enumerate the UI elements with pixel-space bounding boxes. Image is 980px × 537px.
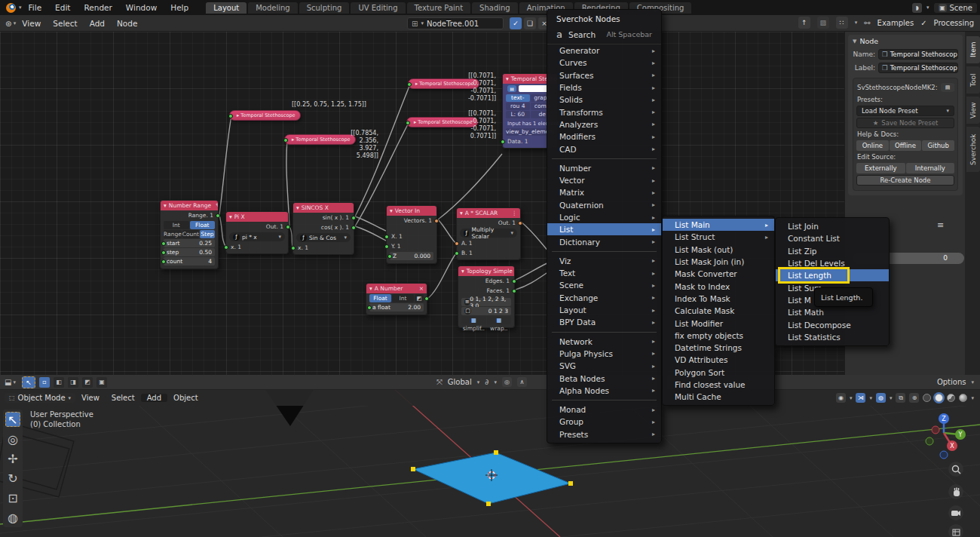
- node-a-number[interactable]: ▾A Number× FloatInt◩ a float2.00: [366, 283, 427, 315]
- shading-wireframe-icon[interactable]: [923, 394, 931, 402]
- menu-item-mask-converter[interactable]: Mask Converter: [663, 268, 774, 280]
- simplify-checkbox[interactable]: ■ simplif..: [461, 316, 486, 324]
- menu-help[interactable]: Help: [164, 3, 195, 12]
- function-dropdown[interactable]: ƒpi * x▾: [229, 232, 285, 241]
- menu-item-list-join[interactable]: List Join: [776, 220, 889, 232]
- button-online[interactable]: Online: [856, 140, 889, 151]
- shading-material-icon[interactable]: [947, 394, 955, 402]
- rounding-field[interactable]: rou 4: [506, 103, 530, 110]
- input-socket[interactable]: [501, 140, 505, 144]
- processing-toggle[interactable]: Processing: [934, 19, 974, 27]
- snap-grid-button[interactable]: ∷: [836, 17, 848, 29]
- count-toggle[interactable]: Count: [182, 230, 199, 238]
- workspace-tab-uv-editing[interactable]: UV Editing: [351, 2, 405, 14]
- float-toggle[interactable]: Float: [369, 294, 391, 302]
- output-socket[interactable]: [518, 221, 522, 226]
- input-socket[interactable]: [224, 245, 228, 250]
- menu-item-transforms[interactable]: Transforms▸: [547, 106, 661, 118]
- pan-hand-button[interactable]: [948, 484, 963, 499]
- workspace-tab-shading[interactable]: Shading: [472, 2, 518, 14]
- menu-item-surfaces[interactable]: Surfaces▸: [547, 69, 661, 81]
- editor-type-button[interactable]: ⊛▾: [5, 19, 16, 28]
- node-a-scalar[interactable]: ▾A * SCALAR⋮ Out. 1 ƒMultiply Scalar▾ A.…: [456, 207, 521, 260]
- input-socket[interactable]: [367, 305, 372, 310]
- function-dropdown[interactable]: ƒMultiply Scalar▾: [460, 229, 517, 238]
- line-limit-field[interactable]: L: 60: [506, 111, 530, 118]
- save-preset-button[interactable]: ★Save Node Preset: [856, 118, 954, 128]
- menu-item-calculate-mask[interactable]: Calculate Mask: [663, 305, 774, 317]
- int-toggle[interactable]: Int: [392, 294, 414, 302]
- node-header[interactable]: ▾A Number×: [366, 284, 427, 293]
- proportional-icon[interactable]: ◍: [876, 393, 886, 403]
- examples-menu[interactable]: Examples: [877, 19, 914, 27]
- menu-item-quaternion[interactable]: Quaternion▸: [547, 199, 661, 211]
- input-socket[interactable]: [455, 251, 459, 256]
- pencil-icon[interactable]: ✎: [216, 202, 218, 209]
- recreate-node-button[interactable]: Re-Create Node: [856, 175, 954, 186]
- viewport-3d[interactable]: ⬓▾ ↖ ▫ ◧ ◨ ◩ ▣ ⤧ Global▾ ∂▾ ◎ ∧ Options▾…: [0, 375, 980, 537]
- z-value-field[interactable]: Z0.000: [390, 252, 433, 260]
- menu-view[interactable]: View: [75, 394, 106, 402]
- node-header[interactable]: ▾Pi X: [226, 212, 288, 222]
- select-mode-1[interactable]: ▫: [39, 377, 50, 388]
- input-socket[interactable]: [228, 114, 233, 118]
- menu-item-fix-empty-objects[interactable]: fix empty objects: [663, 330, 774, 342]
- tab-tool[interactable]: Tool: [966, 66, 980, 94]
- snap-toggle-icon[interactable]: ⋊: [856, 393, 865, 403]
- pivot-point-icon[interactable]: ◉: [836, 393, 846, 403]
- input-socket[interactable]: [161, 250, 166, 255]
- menu-item-svg[interactable]: SVG▸: [547, 360, 661, 372]
- show-gizmo-icon[interactable]: ⧉: [896, 393, 905, 403]
- fake-user-shield-button[interactable]: ✓: [510, 17, 522, 29]
- output-socket[interactable]: [286, 225, 290, 229]
- input-socket[interactable]: [387, 254, 392, 259]
- processing-check-icon[interactable]: ✓: [920, 19, 926, 27]
- faces-text-field[interactable]: ▢0 1 2 3: [461, 307, 511, 315]
- output-socket[interactable]: [512, 279, 516, 284]
- menu-item-list-struct[interactable]: List Struct▸: [663, 231, 774, 243]
- shading-solid-icon[interactable]: [935, 394, 943, 402]
- function-dropdown[interactable]: ƒSin & Cos▾: [296, 233, 351, 242]
- node-number-range[interactable]: ▾Number Range✎ Range. 1 IntFloat RangeCo…: [160, 200, 219, 269]
- select-mode-2[interactable]: ◧: [54, 377, 64, 388]
- menu-item-bpy-data[interactable]: BPY Data▸: [547, 316, 661, 328]
- perspective-toggle-button[interactable]: [948, 524, 963, 537]
- menu-select[interactable]: Select: [47, 19, 83, 28]
- menu-window[interactable]: Window: [119, 3, 164, 12]
- menu-item-network[interactable]: Network▸: [547, 336, 661, 348]
- count-field[interactable]: count4: [164, 257, 215, 265]
- mode-selector[interactable]: ⬚ Object Mode▾: [5, 393, 75, 403]
- node-header[interactable]: ▾A * SCALAR⋮: [457, 208, 520, 218]
- node-temporal-stethoscope-collapsed[interactable]: ▸ Temporal Stethoscope: [229, 110, 301, 121]
- menu-item-find-closest-value[interactable]: Find closest value: [663, 379, 774, 391]
- curve-falloff-icon[interactable]: ∧: [517, 377, 527, 387]
- output-socket[interactable]: [424, 296, 429, 301]
- menu-item-curves[interactable]: Curves▸: [547, 57, 661, 69]
- panel-collapse-icon[interactable]: ▼: [853, 38, 856, 44]
- menu-item-list-mask-out-[interactable]: List Mask (out): [663, 244, 774, 256]
- float-toggle[interactable]: Float: [190, 221, 216, 229]
- workspace-tab-texture-paint[interactable]: Texture Paint: [407, 2, 471, 14]
- menu-item-viz[interactable]: Viz▸: [547, 255, 661, 267]
- input-socket[interactable]: [384, 244, 389, 249]
- zoom-button[interactable]: [948, 462, 963, 477]
- menu-item-text[interactable]: Text▸: [547, 267, 661, 279]
- color-swatch[interactable]: [519, 85, 549, 92]
- input-socket[interactable]: [161, 241, 166, 246]
- menu-item-vd-attributes[interactable]: VD Attributes: [663, 354, 774, 366]
- kebab-menu-icon[interactable]: ⋮: [512, 210, 518, 216]
- workspace-tab-modeling[interactable]: Modeling: [248, 2, 298, 14]
- button-internally[interactable]: Internally: [906, 163, 955, 173]
- menu-item-list-zip[interactable]: List Zip: [776, 245, 889, 257]
- tab-sverchok[interactable]: Sverchok: [966, 127, 980, 172]
- menu-item-polygon-sort[interactable]: Polygon Sort: [663, 367, 774, 379]
- wrap-checkbox[interactable]: ■ wrap..: [487, 316, 512, 324]
- menu-item-layout[interactable]: Layout▸: [547, 304, 661, 316]
- output-socket[interactable]: [216, 213, 220, 218]
- menu-item-list-main[interactable]: List Main▸: [663, 219, 774, 231]
- menu-object[interactable]: Object: [167, 394, 204, 402]
- menu-item-dictionary[interactable]: Dictionary▸: [547, 235, 661, 247]
- step-toggle[interactable]: Step: [200, 230, 215, 238]
- menu-view[interactable]: View: [16, 19, 47, 28]
- a-float-field[interactable]: a float2.00: [369, 303, 424, 311]
